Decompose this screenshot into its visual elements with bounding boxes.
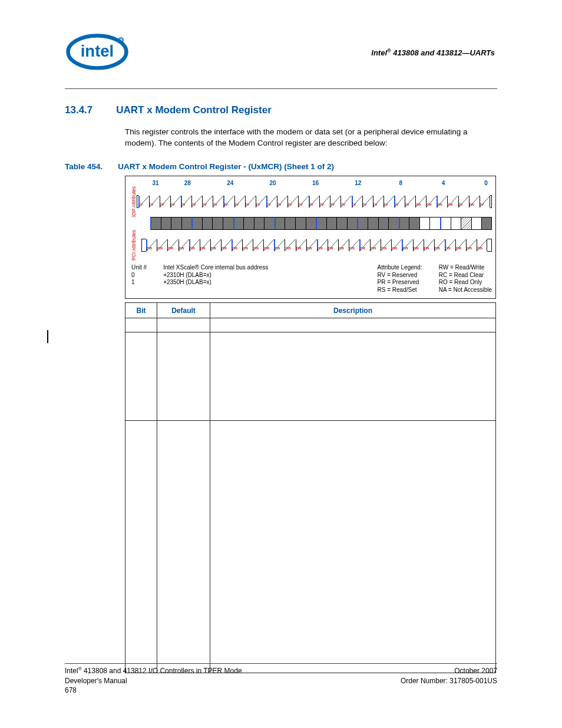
legend-row: Unit # 0 1 Intel XScale® Core internal b… [131, 264, 492, 294]
table-cell [157, 318, 210, 332]
register-diagram: 312824201612840 IOP Attributes rvrvrvrvr… [125, 176, 496, 299]
iop-label: IOP Attributes [131, 186, 137, 217]
footer-date: October 2007 [454, 667, 497, 675]
table-caption-label: Table 454. [65, 162, 103, 171]
section-number: 13.4.7 [65, 104, 92, 116]
section-title: UART x Modem Control Register [116, 104, 272, 116]
text-cursor [47, 330, 48, 343]
section-heading: 13.4.7 UART x Modem Control Register [65, 104, 497, 116]
table-cell [157, 332, 210, 421]
bit-description-table: Bit Default Description [125, 302, 496, 673]
th-desc: Description [210, 303, 496, 318]
header-rule [65, 88, 497, 89]
section-body: This register controls the interface wit… [125, 127, 497, 149]
table-caption: Table 454. UART x Modem Control Register… [65, 162, 497, 171]
bit-field-boxes [150, 217, 492, 230]
iop-attributes-row: IOP Attributes rvrvrvrvrvrvrvrvrvrvrvrvr… [131, 186, 492, 217]
page-header: intel R Intel® 413808 and 413812—UARTs [65, 32, 497, 73]
table-cell [125, 332, 157, 421]
header-title: Intel® 413808 and 413812—UARTs [371, 48, 495, 57]
svg-text:R: R [120, 38, 122, 42]
address-block: Intel XScale® Core internal bus address … [163, 264, 268, 294]
table-cell [210, 421, 496, 673]
unit-block: Unit # 0 1 [131, 264, 147, 294]
legend-left: Attribute Legend: RV = Reserved PR = Pre… [378, 264, 422, 294]
svg-text:intel: intel [81, 42, 114, 60]
pci-attributes-row: PCI Attributes nanananananananananananan… [131, 230, 492, 261]
table-cell [157, 421, 210, 673]
footer-order-num: Order Number: 317805-001US [401, 677, 497, 685]
bit-numbers-row: 312824201612840 [150, 180, 492, 186]
legend-right: RW = Read/Write RC = Read Clear RO = Rea… [439, 264, 492, 294]
th-default: Default [157, 303, 210, 318]
footer-manual: Developer's Manual [65, 677, 127, 685]
table-cell [210, 318, 496, 332]
intel-logo: intel R [65, 32, 130, 73]
th-bit: Bit [125, 303, 157, 318]
table-cell [125, 318, 157, 332]
table-cell [125, 421, 157, 673]
table-caption-title: UART x Modem Control Register - (UxMCR) … [118, 162, 334, 171]
pci-label: PCI Attributes [131, 230, 141, 261]
table-cell [210, 332, 496, 421]
page-footer: Intel® Intel® 413808 and 413812 I/O Cont… [65, 663, 497, 695]
footer-page-num: 678 [65, 686, 77, 694]
